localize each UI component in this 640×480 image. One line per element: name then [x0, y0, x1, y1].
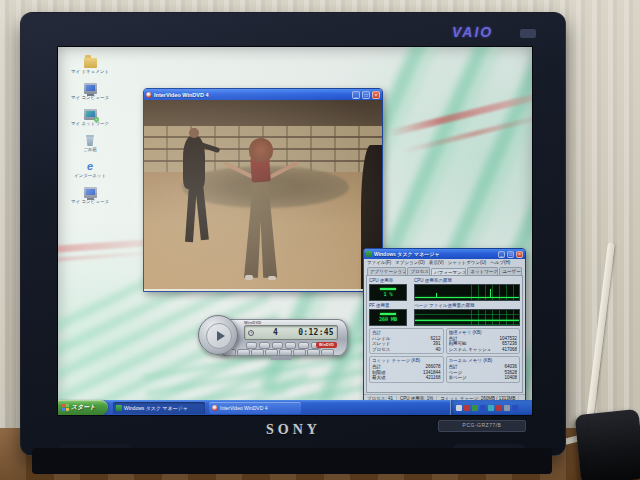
task-manager-app-icon	[366, 251, 372, 257]
tab-users[interactable]: ユーザー	[499, 267, 522, 275]
menu-view[interactable]: 表示(V)	[429, 260, 444, 265]
zoom-button[interactable]	[293, 349, 306, 356]
start-button[interactable]: スタート	[58, 400, 108, 415]
stat-value: 421168	[426, 375, 441, 381]
minimize-icon[interactable]: _	[352, 91, 360, 99]
icon-label: マイ ネットワーク	[71, 121, 109, 126]
subtitle-button[interactable]	[251, 349, 264, 356]
close-icon[interactable]: ×	[372, 91, 380, 99]
video-scene	[144, 100, 382, 289]
stat-group-title: コミット チャージ (KB)	[372, 358, 441, 363]
stat-group-title: 合計	[372, 330, 441, 335]
minimize-icon[interactable]: _	[498, 251, 505, 258]
task-manager-menubar: ファイル(F) オプション(O) 表示(V) シャットダウン(U) ヘルプ(H)	[364, 259, 525, 266]
windows-flag-icon	[62, 404, 69, 411]
video-scene-tint	[144, 100, 382, 289]
taskbar-button-task-manager[interactable]: Windows タスク マネージャ	[113, 402, 205, 414]
statistics-grid: 合計 ハンドル6212 スレッド391 プロセス40 物理メモリ (KB) 合計…	[369, 328, 520, 383]
taskbar-button-windvd[interactable]: InterVideo WinDVD 4	[209, 402, 301, 414]
jog-dial[interactable]	[198, 315, 238, 355]
internet-explorer-icon: e	[84, 161, 97, 172]
taskbar-button-label: Windows タスク マネージャ	[124, 405, 188, 411]
close-icon[interactable]: ×	[516, 251, 523, 258]
stat-label: 最大値	[372, 375, 386, 381]
tray-icon[interactable]	[472, 405, 478, 411]
tray-icon[interactable]	[512, 405, 518, 411]
play-icon	[217, 331, 225, 341]
meter-segment	[380, 288, 396, 290]
graph-trace	[415, 297, 519, 299]
start-button-label: スタート	[71, 403, 95, 412]
desktop-icon-my-computer[interactable]: マイ コンピュータ	[64, 83, 116, 100]
icon-label: インターネット	[74, 173, 106, 178]
stat-group-physical-memory: 物理メモリ (KB) 合計1047532 利用可能657236 システム キャッ…	[446, 328, 521, 354]
taskbar-button-label: InterVideo WinDVD 4	[220, 405, 267, 411]
elapsed-time: 0:12:45	[298, 328, 334, 337]
graph-spike	[436, 293, 437, 298]
desktop-icon-my-network[interactable]: マイ ネットワーク	[64, 109, 116, 126]
pf-usage-meter: 260 MB	[369, 309, 407, 326]
pf-usage-label: PF 使用量	[369, 303, 411, 308]
desktop-icon-my-documents[interactable]: マイ ドキュメント	[64, 57, 116, 74]
cpu-usage-label: CPU 使用率	[369, 278, 411, 283]
tray-icon[interactable]	[496, 405, 502, 411]
performance-panel: CPU 使用率 1 % CPU 使用率の履歴	[366, 275, 523, 393]
stat-group-title: 物理メモリ (KB)	[449, 330, 518, 335]
task-manager-window: Windows タスク マネージャ _ □ × ファイル(F) オプション(O)…	[363, 248, 526, 406]
network-icon	[84, 109, 97, 120]
windvd-app-icon	[146, 92, 152, 98]
task-manager-icon	[116, 405, 122, 411]
tab-applications[interactable]: アプリケーション	[367, 267, 406, 275]
maximize-icon[interactable]: □	[507, 251, 514, 258]
lid-latch	[520, 29, 536, 38]
player-display: 4 0:12:45	[244, 325, 338, 340]
stat-group-totals: 合計 ハンドル6212 スレッド391 プロセス40	[369, 328, 444, 354]
player-drawer-tab[interactable]	[270, 356, 292, 360]
play-button[interactable]	[206, 323, 232, 349]
icon-label: マイ コンピュータ	[71, 199, 109, 204]
tray-icon[interactable]	[456, 405, 462, 411]
menu-help[interactable]: ヘルプ(H)	[490, 260, 510, 265]
meter-segment	[380, 313, 396, 315]
tab-networking[interactable]: ネットワーク	[467, 267, 498, 275]
cpu-history-label: CPU 使用率の履歴	[414, 278, 520, 283]
tray-icon[interactable]	[464, 405, 470, 411]
tray-icon[interactable]	[480, 405, 486, 411]
setup-button[interactable]	[321, 349, 334, 356]
tray-icon[interactable]	[488, 405, 494, 411]
stat-group-commit-charge: コミット チャージ (KB) 合計266078 制限値1341844 最大値42…	[369, 356, 444, 382]
menu-shutdown[interactable]: シャットダウン(U)	[448, 260, 487, 265]
task-manager-titlebar[interactable]: Windows タスク マネージャ _ □ ×	[364, 249, 525, 259]
cpu-usage-value: 1 %	[383, 291, 392, 297]
angle-button[interactable]	[279, 349, 292, 356]
task-manager-title: Windows タスク マネージャ	[374, 251, 496, 257]
video-window-titlebar[interactable]: InterVideo WinDVD 4 _ □ ×	[144, 89, 382, 100]
windvd-logo-badge: WinDVD	[316, 342, 337, 349]
audio-button[interactable]	[265, 349, 278, 356]
laptop-screen: マイ ドキュメント マイ コンピュータ マイ ネットワーク ごみ箱 e インター…	[57, 46, 533, 416]
menu-file[interactable]: ファイル(F)	[367, 260, 391, 265]
taskbar: スタート Windows タスク マネージャ InterVideo WinDVD…	[58, 400, 532, 415]
model-sticker: PCG-GRZ77/B	[438, 420, 526, 432]
system-tray	[450, 400, 532, 415]
laptop-base	[32, 448, 552, 474]
menu-options[interactable]: オプション(O)	[395, 260, 425, 265]
desktop-icon-my-computer-2[interactable]: マイ コンピュータ	[64, 187, 116, 204]
graph-spike	[490, 289, 491, 298]
tab-processes[interactable]: プロセス	[407, 267, 430, 275]
black-device	[575, 409, 640, 480]
bookmark-button[interactable]	[307, 349, 320, 356]
video-window-title: InterVideo WinDVD 4	[154, 92, 350, 98]
maximize-icon[interactable]: □	[362, 91, 370, 99]
trash-icon	[85, 135, 95, 146]
fast-forward-button[interactable]	[237, 349, 250, 356]
pf-history-graph	[414, 309, 520, 326]
photo-of-laptop: VAIO SONY PCG-GRZ77/B マイ ドキュメント マイ コンピュー…	[0, 0, 640, 480]
windvd-icon	[212, 405, 218, 411]
desktop-icon-recycle-bin[interactable]: ごみ箱	[64, 135, 116, 152]
stat-value: 417068	[502, 347, 517, 353]
tray-icon[interactable]	[504, 405, 510, 411]
vaio-logo: VAIO	[452, 24, 493, 40]
desktop-icon-internet[interactable]: e インターネット	[64, 161, 116, 178]
windvd-video-window: InterVideo WinDVD 4 _ □ ×	[143, 88, 383, 292]
